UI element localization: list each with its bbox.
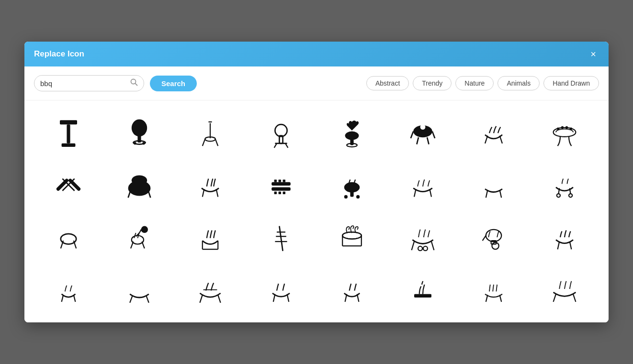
svg-point-55 [344, 195, 348, 199]
svg-line-91 [483, 235, 486, 241]
svg-point-34 [570, 128, 572, 130]
tag-trendy[interactable]: Trendy [413, 76, 452, 90]
svg-line-1 [136, 84, 137, 86]
icon-item[interactable] [459, 265, 528, 313]
svg-line-43 [203, 189, 204, 197]
tag-hand-drawn[interactable]: Hand Drawn [543, 76, 599, 90]
svg-line-102 [273, 294, 275, 302]
svg-rect-2 [60, 120, 77, 124]
svg-rect-106 [414, 294, 431, 298]
svg-point-28 [420, 124, 426, 130]
icon-item[interactable] [34, 265, 103, 313]
svg-rect-21 [350, 139, 353, 145]
icon-item[interactable] [530, 265, 599, 313]
icon-item[interactable] [105, 265, 174, 313]
svg-line-110 [573, 294, 576, 302]
svg-rect-48 [279, 179, 281, 182]
svg-rect-51 [279, 192, 281, 194]
svg-line-108 [500, 295, 502, 302]
svg-line-99 [200, 295, 202, 303]
icon-item[interactable] [388, 265, 457, 313]
icon-item[interactable] [388, 162, 457, 210]
search-input[interactable] [40, 79, 126, 88]
svg-line-27 [427, 137, 429, 144]
svg-line-76 [279, 226, 283, 251]
svg-point-20 [345, 132, 359, 140]
svg-line-58 [430, 189, 431, 197]
icon-item[interactable] [247, 265, 316, 313]
svg-rect-6 [137, 136, 141, 143]
svg-line-25 [432, 132, 435, 138]
svg-point-31 [557, 128, 559, 130]
icon-item[interactable] [34, 213, 103, 261]
icon-item[interactable] [459, 110, 528, 158]
icon-item[interactable] [388, 213, 457, 261]
svg-point-81 [342, 232, 362, 239]
svg-line-103 [287, 294, 289, 302]
svg-line-30 [500, 136, 502, 143]
icon-item[interactable] [105, 213, 174, 261]
svg-line-72 [142, 242, 144, 248]
svg-point-92 [492, 243, 498, 249]
svg-rect-50 [274, 192, 277, 194]
svg-point-56 [356, 195, 360, 199]
svg-line-26 [417, 137, 418, 144]
svg-line-85 [412, 242, 414, 250]
icon-item[interactable] [317, 265, 386, 313]
icon-item[interactable] [176, 110, 245, 158]
icon-item[interactable] [530, 213, 599, 261]
icon-item[interactable] [247, 213, 316, 261]
tag-abstract[interactable]: Abstract [366, 76, 409, 90]
search-button[interactable]: Search [150, 76, 197, 91]
icon-item[interactable] [105, 110, 174, 158]
svg-rect-54 [350, 192, 353, 197]
svg-line-60 [500, 190, 502, 198]
svg-rect-37 [56, 178, 69, 191]
icon-item[interactable] [34, 110, 103, 158]
icon-item[interactable] [176, 162, 245, 210]
svg-point-8 [134, 142, 136, 144]
svg-rect-3 [67, 124, 70, 143]
tag-animals[interactable]: Animals [497, 76, 540, 90]
svg-rect-52 [283, 192, 285, 194]
icon-item[interactable] [176, 265, 245, 313]
svg-rect-4 [62, 143, 76, 147]
icon-item[interactable] [34, 162, 103, 210]
icon-item[interactable] [105, 162, 174, 210]
icon-item[interactable] [176, 213, 245, 261]
icon-item[interactable] [317, 110, 386, 158]
tag-nature[interactable]: Nature [455, 76, 494, 90]
svg-line-96 [74, 295, 76, 302]
dialog-title: Replace Icon [34, 49, 84, 59]
svg-point-9 [142, 142, 145, 144]
icon-item[interactable] [530, 162, 599, 210]
icon-item[interactable] [317, 213, 386, 261]
icon-grid [34, 105, 599, 318]
svg-point-5 [132, 119, 147, 136]
close-button[interactable]: × [588, 48, 599, 60]
svg-point-89 [486, 230, 501, 242]
svg-line-86 [431, 242, 434, 250]
icon-item[interactable] [247, 110, 316, 158]
svg-line-71 [131, 242, 133, 248]
toolbar: Search Abstract Trendy Nature Animals Ha… [24, 66, 609, 100]
dialog-header: Replace Icon × [24, 42, 609, 66]
search-icon [130, 78, 138, 88]
icon-item[interactable] [317, 162, 386, 210]
svg-line-109 [554, 294, 556, 302]
icon-item[interactable] [247, 162, 316, 210]
tag-filters: Abstract Trendy Nature Animals Hand Draw… [366, 76, 599, 90]
icon-item[interactable] [459, 213, 528, 261]
icon-item[interactable] [459, 162, 528, 210]
svg-rect-46 [271, 188, 291, 191]
search-box [34, 75, 144, 91]
icon-item[interactable] [388, 110, 457, 158]
svg-rect-45 [271, 182, 291, 186]
icon-item[interactable] [530, 110, 599, 158]
svg-point-69 [141, 226, 148, 233]
svg-line-107 [486, 295, 488, 302]
svg-line-95 [62, 295, 64, 302]
svg-line-59 [486, 190, 488, 198]
svg-point-63 [557, 194, 560, 197]
svg-point-87 [418, 246, 422, 251]
